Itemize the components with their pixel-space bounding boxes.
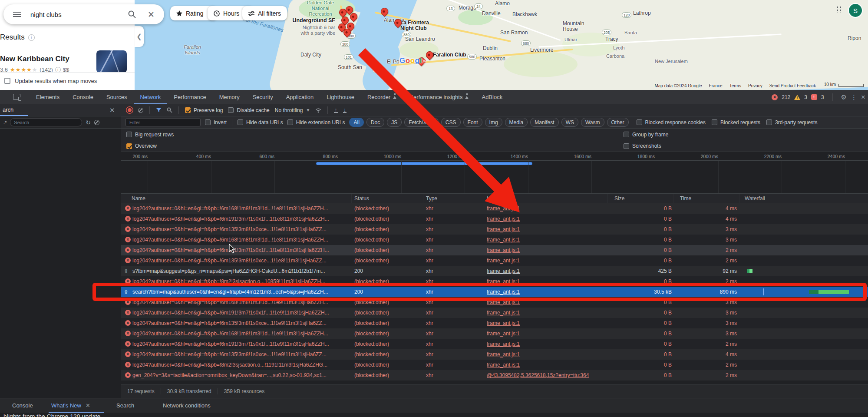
devtools-tab-console[interactable]: Console [66, 90, 100, 104]
column-header-name[interactable]: Name [132, 195, 145, 202]
column-header-size[interactable]: Size [614, 195, 624, 202]
account-avatar[interactable]: S [848, 3, 863, 18]
request-name[interactable]: log204?authuser=0&hl=en&gl=fr&pb=!6m135!… [132, 351, 352, 357]
request-name[interactable]: log204?authuser=0&hl=en&gl=fr&pb=!6m191!… [132, 310, 352, 316]
error-badge-icon[interactable]: × [772, 94, 778, 100]
group-by-frame-checkbox[interactable] [624, 132, 629, 137]
request-initiator-link[interactable]: frame_ant.js:1 [487, 331, 604, 337]
request-initiator-link[interactable]: frame_ant.js:1 [487, 268, 604, 274]
search-icon[interactable] [128, 10, 136, 19]
request-initiator-link[interactable]: frame_ant.js:1 [487, 258, 604, 264]
devtools-tab-performance-insights[interactable]: Performance insights [403, 90, 475, 104]
settings-gear-icon[interactable]: ⚙ [841, 93, 847, 101]
request-name[interactable]: log204?authuser=0&hl=en&gl=fr&pb=!6m168!… [132, 237, 352, 243]
request-initiator-link[interactable]: frame_ant.js:1 [487, 362, 604, 368]
devtools-tab-memory[interactable]: Memory [213, 90, 246, 104]
network-request-row[interactable]: ×log204?authuser=0&hl=en&gl=fr&pb=!6m168… [121, 328, 868, 339]
filter-pill-img[interactable]: Img [485, 118, 502, 127]
update-results-checkbox[interactable] [4, 78, 10, 84]
network-request-row[interactable]: ×log204?authuser=0&hl=en&gl=fr&pb=!6m191… [121, 214, 868, 224]
error-count[interactable]: 212 [782, 94, 790, 100]
drawer-search-input[interactable] [10, 118, 82, 126]
request-name[interactable]: log204?authuser=0&hl=en&gl=fr&pb=!8m2!3s… [132, 362, 352, 368]
network-request-row[interactable]: ×log204?authuser=0&hl=en&gl=fr&pb=!6m135… [121, 224, 868, 235]
devtools-tab-recorder[interactable]: Recorder [361, 90, 403, 104]
kebab-menu-icon[interactable]: ⋮ [851, 93, 857, 101]
network-request-row[interactable]: ×log204?authuser=0&hl=en&gl=fr&pb=!8m2!3… [121, 360, 868, 370]
search-icon[interactable] [167, 107, 172, 113]
devtools-tab-elements[interactable]: Elements [30, 90, 66, 104]
network-request-row[interactable]: {}s?tbm=map&suggest=p&gs_ri=maps&psi=jHa… [121, 266, 868, 276]
request-initiator-link[interactable]: frame_ant.js:1 [487, 247, 604, 253]
issues-count[interactable]: 3 [821, 94, 824, 100]
devtools-tab-security[interactable]: Security [246, 90, 280, 104]
drawer-tab-network-conditions[interactable]: Network conditions [163, 402, 211, 409]
attribution-france[interactable]: France [709, 83, 723, 88]
network-request-row[interactable]: ×log204?authuser=0&hl=en&gl=fr&pb=!6m135… [121, 255, 868, 266]
request-name[interactable]: log204?authuser=0&hl=en&gl=fr&pb=!6m135!… [132, 320, 352, 326]
blocked-requests-checkbox[interactable] [712, 119, 717, 125]
request-initiator-link[interactable]: frame_ant.js:1 [487, 205, 604, 212]
close-icon[interactable]: ✕ [109, 106, 115, 114]
request-initiator-link[interactable]: frame_ant.js:1 [487, 237, 604, 243]
network-conditions-icon[interactable] [315, 108, 321, 113]
disable-cache-checkbox[interactable] [228, 107, 234, 113]
devtools-tab-application[interactable]: Application [280, 90, 320, 104]
search-drawer-tab[interactable]: arch [3, 106, 13, 113]
request-name[interactable]: log204?authuser=0&hl=en&gl=fr&pb=!6m191!… [132, 247, 352, 253]
filter-pill-doc[interactable]: Doc [366, 118, 384, 127]
drawer-tab-console[interactable]: Console [12, 402, 33, 409]
request-initiator-link[interactable]: frame_ant.js:1 [487, 341, 604, 347]
export-har-icon[interactable]: ↓ [343, 107, 347, 113]
filter-pill-fetch-xhr[interactable]: Fetch/XHR [404, 118, 439, 127]
network-request-row[interactable]: ×log204?authuser=0&hl=en&gl=fr&pb=!6m191… [121, 308, 868, 318]
filter-funnel-icon[interactable] [156, 108, 162, 113]
request-name[interactable]: log204?authuser=0&hl=en&gl=fr&pb=!6m168!… [132, 205, 352, 212]
close-icon[interactable]: ✕ [148, 10, 155, 20]
network-request-row[interactable]: ×log204?authuser=0&hl=en&gl=fr&pb=!6m135… [121, 318, 868, 328]
request-name[interactable]: log204?authuser=0&hl=en&gl=fr&pb=!6m168!… [132, 331, 352, 337]
drawer-tab-search[interactable]: Search [116, 402, 134, 409]
menu-icon[interactable] [13, 14, 21, 15]
filter-pill-js[interactable]: JS [387, 118, 402, 127]
hide-extension-urls-checkbox[interactable] [287, 119, 293, 125]
network-request-row[interactable]: ×log204?authuser=0&hl=en&gl=fr&pb=!6m168… [121, 235, 868, 245]
filter-pill-font[interactable]: Font [463, 118, 482, 127]
request-initiator-link[interactable]: @43.3095482,5.3625618,15z?entry=ttu:364 [487, 372, 604, 378]
overview-selection-bar[interactable] [316, 162, 532, 165]
attribution-terms[interactable]: Terms [729, 83, 741, 88]
device-toolbar-icon[interactable] [13, 94, 20, 100]
close-devtools-icon[interactable]: × [861, 93, 865, 102]
attribution-send-product-feedbac[interactable]: Send Product Feedback [769, 83, 816, 88]
filter-chip-all-filters[interactable]: All filters [242, 6, 287, 20]
request-name[interactable]: log204?authuser=0&hl=en&gl=fr&pb=!6m135!… [132, 258, 352, 264]
drawer-tab-what-s-new[interactable]: What's New✕ [51, 402, 90, 409]
warning-count[interactable]: 3 [804, 94, 807, 100]
request-name[interactable]: gen_204?v=3&s=tactile&action=omnibox_key… [132, 372, 352, 378]
warning-badge-icon[interactable] [794, 95, 800, 100]
network-request-row[interactable]: ×log204?authuser=0&hl=en&gl=fr&pb=!6m135… [121, 349, 868, 360]
column-header-type[interactable]: Type [426, 195, 437, 202]
network-request-row[interactable]: ×log204?authuser=0&hl=en&gl=fr&pb=!6m191… [121, 339, 868, 349]
filter-pill-manifest[interactable]: Manifest [530, 118, 558, 127]
request-initiator-link[interactable]: frame_ant.js:1 [487, 226, 604, 232]
attribution-privacy[interactable]: Privacy [748, 83, 762, 88]
network-overview-strip[interactable] [121, 161, 868, 194]
column-header-waterfall[interactable]: Waterfall [745, 195, 765, 202]
big-request-rows-checkbox[interactable] [126, 132, 132, 137]
screenshots-checkbox[interactable] [624, 143, 629, 149]
maps-search-box[interactable]: night clubs ✕ [3, 4, 164, 24]
google-apps-grid-icon[interactable] [836, 6, 843, 13]
filter-pill-wasm[interactable]: Wasm [581, 118, 604, 127]
clear-network-log-icon[interactable] [138, 108, 143, 113]
panel-collapse-button[interactable]: ❮ [135, 26, 144, 47]
network-request-row[interactable]: ×log204?authuser=0&hl=en&gl=fr&pb=!6m191… [121, 245, 868, 255]
devtools-tab-sources[interactable]: Sources [100, 90, 134, 104]
blocked-response-cookies-checkbox[interactable] [637, 119, 642, 125]
filter-pill-css[interactable]: CSS [441, 118, 461, 127]
request-initiator-link[interactable]: frame_ant.js:1 [487, 310, 604, 316]
hide-data-urls-checkbox[interactable] [238, 119, 243, 125]
record-icon[interactable] [128, 108, 132, 112]
filter-pill-ws[interactable]: WS [561, 118, 578, 127]
preserve-log-checkbox[interactable] [185, 107, 191, 113]
